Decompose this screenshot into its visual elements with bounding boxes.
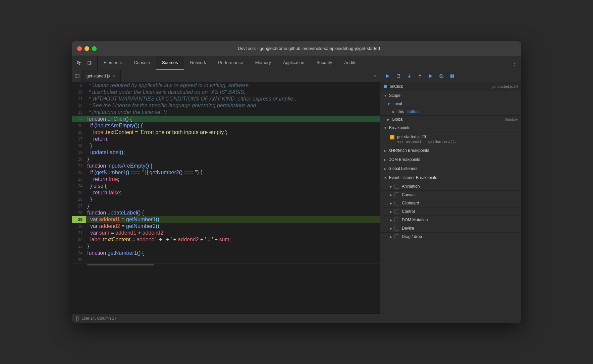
clipboard-label: Clipboard (402, 201, 419, 205)
breakpoint-item-0[interactable]: ✓ get-started.js:29 var addend1 = getNum… (380, 132, 521, 146)
window-title: DevTools - googlechrome.github.io/devtoo… (102, 46, 516, 51)
step-button[interactable] (426, 71, 435, 81)
svg-rect-1 (91, 62, 92, 64)
resume-button[interactable] (383, 71, 392, 81)
more-tabs-icon[interactable]: ⋮ (511, 56, 521, 70)
global-listeners-label: Global Listeners (388, 166, 418, 171)
this-arrow: ▶ (392, 110, 395, 114)
breakpoint-checkbox[interactable]: ✓ (390, 135, 394, 139)
drag-drop-checkbox[interactable] (394, 234, 399, 239)
step-out-button[interactable] (415, 71, 425, 81)
dom-mutation-checkbox[interactable] (394, 218, 399, 222)
breakpoints-label: Breakpoints (389, 125, 410, 130)
event-listener-clipboard[interactable]: ▶ Clipboard (380, 199, 521, 207)
svg-rect-2 (75, 74, 79, 78)
this-key: this (397, 109, 404, 114)
global-listeners-section[interactable]: ▶ Global Listeners (380, 164, 521, 173)
code-line-17: 17 return; (72, 136, 380, 142)
open-file-icon[interactable] (369, 70, 380, 82)
main-content: get-started.js × 9 * Unless required by … (72, 70, 521, 323)
tab-security[interactable]: Security (310, 56, 338, 70)
call-label: onClick (390, 84, 403, 89)
svg-marker-9 (408, 76, 411, 78)
event-listener-device[interactable]: ▶ Device (380, 224, 521, 233)
file-tabs: get-started.js × (72, 70, 380, 82)
format-icon[interactable]: {} (76, 316, 79, 321)
bp-file: get-started.js:29 (397, 134, 457, 139)
event-listener-animation[interactable]: ▶ Animation (380, 182, 521, 191)
code-line-25: 25 return false; (72, 189, 380, 196)
svg-marker-12 (429, 74, 432, 78)
status-bar: {} Line 14, Column 17 (72, 313, 380, 323)
control-label: Control (402, 209, 415, 214)
global-listeners-arrow: ▶ (384, 167, 386, 171)
source-panel: get-started.js × 9 * Unless required by … (72, 70, 380, 323)
devtools-window: DevTools - googlechrome.github.io/devtoo… (72, 41, 521, 323)
drag-drop-expand-arrow: ▶ (390, 235, 392, 239)
code-line-24: 24 } else { (72, 183, 380, 189)
animation-checkbox[interactable] (394, 184, 399, 189)
xhr-breakpoints-section[interactable]: ▶ XHR/fetch Breakpoints (380, 146, 521, 155)
maximize-button[interactable] (92, 46, 97, 51)
scope-arrow: ▼ (384, 94, 387, 98)
tab-console[interactable]: Console (128, 56, 156, 70)
close-button[interactable] (77, 46, 82, 51)
canvas-label: Canvas (402, 192, 416, 197)
tab-application[interactable]: Application (277, 56, 311, 70)
right-content[interactable]: onClick get-started.js:14 ▼ Scope ▼ Loca… (380, 82, 521, 323)
minimize-button[interactable] (85, 46, 89, 51)
toggle-sidebar-icon[interactable] (72, 70, 83, 82)
event-listener-section-header[interactable]: ▼ Event Listener Breakpoints (380, 173, 521, 182)
animation-expand-arrow: ▶ (390, 185, 392, 188)
nav-icon-group (72, 56, 98, 70)
pause-on-exception-button[interactable] (447, 71, 457, 81)
code-line-19: 19 updateLabel(); (72, 149, 380, 156)
code-line-10: 10 * distributed under the License is di… (72, 89, 380, 96)
local-section[interactable]: ▼ Local (380, 100, 521, 108)
device-checkbox[interactable] (394, 226, 399, 231)
dom-mutation-expand-arrow: ▶ (390, 218, 392, 222)
status-text: Line 14, Column 17 (82, 316, 116, 321)
scope-section-header[interactable]: ▼ Scope (380, 91, 521, 100)
deactivate-breakpoints-button[interactable] (437, 71, 446, 81)
event-listener-canvas[interactable]: ▶ Canvas (380, 191, 521, 199)
breakpoint-text: get-started.js:29 var addend1 = getNumbe… (397, 134, 457, 144)
animation-label: Animation (402, 184, 420, 189)
dom-breakpoints-section[interactable]: ▶ DOM Breakpoints (380, 155, 521, 164)
svg-rect-15 (450, 74, 452, 78)
file-tab-get-started[interactable]: get-started.js × (83, 70, 121, 82)
step-into-button[interactable] (405, 71, 414, 81)
code-line-18: 18 } (72, 142, 380, 149)
control-checkbox[interactable] (394, 209, 399, 214)
dom-mutation-label: DOM Mutation (402, 218, 428, 222)
breakpoints-arrow: ▼ (384, 126, 387, 130)
event-listener-arrow: ▼ (384, 176, 387, 180)
event-listener-control[interactable]: ▶ Control (380, 207, 521, 216)
code-line-26: 26 } (72, 196, 380, 203)
code-line-21: 21 function inputsAreEmpty() { (72, 163, 380, 169)
code-line-35: 35 (72, 256, 380, 263)
scope-label: Scope (389, 93, 400, 98)
clipboard-checkbox[interactable] (394, 201, 399, 205)
canvas-checkbox[interactable] (394, 192, 399, 197)
device-expand-arrow: ▶ (390, 227, 392, 230)
tab-performance[interactable]: Performance (212, 56, 249, 70)
global-section[interactable]: ▶ Global Window (380, 116, 521, 123)
event-listener-drag-drop[interactable]: ▶ Drag / drop (380, 233, 521, 241)
tab-elements[interactable]: Elements (98, 56, 128, 70)
call-icon (384, 85, 387, 88)
tab-audits[interactable]: Audits (338, 56, 362, 70)
bp-code: var addend1 = getNumber1(); (397, 140, 457, 144)
code-line-34: 34 function getNumber1() { (72, 250, 380, 256)
device-toolbar-icon[interactable] (85, 58, 95, 68)
inspect-icon[interactable] (74, 58, 84, 68)
event-listener-dom-mutation[interactable]: ▶ DOM Mutation (380, 216, 521, 224)
svg-rect-16 (452, 74, 454, 78)
tab-sources[interactable]: Sources (156, 56, 184, 70)
tab-network[interactable]: Network (184, 56, 212, 70)
tab-memory[interactable]: Memory (249, 56, 277, 70)
breakpoints-section-header[interactable]: ▼ Breakpoints (380, 123, 521, 132)
code-scroll[interactable]: 9 * Unless required by applicable law or… (72, 82, 380, 263)
step-over-button[interactable] (394, 71, 403, 81)
file-tab-close[interactable]: × (112, 74, 116, 78)
